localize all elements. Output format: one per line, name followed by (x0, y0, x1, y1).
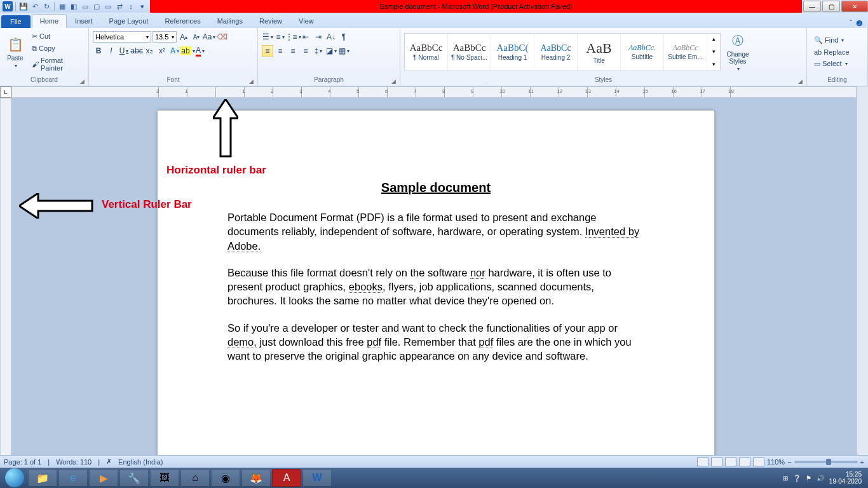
italic-button[interactable]: I (105, 45, 117, 57)
taskbar-media[interactable]: ▶ (89, 469, 118, 487)
subscript-button[interactable]: x₂ (144, 45, 155, 57)
taskbar-word[interactable]: W (302, 469, 332, 487)
horizontal-ruler[interactable]: 21 12 345 678 91011 121314 151617 18 (11, 86, 857, 98)
underline-button[interactable]: U▾ (118, 45, 130, 57)
bullets-button[interactable]: ☰▾ (262, 31, 273, 43)
shading-button[interactable]: ◪▾ (325, 45, 337, 57)
styles-gallery[interactable]: AaBbCc¶ Normal AaBbCc¶ No Spaci... AaBbC… (404, 33, 721, 71)
tab-view[interactable]: View (290, 14, 322, 28)
tray-volume-icon[interactable]: 🔊 (817, 475, 824, 482)
style-subtitle[interactable]: AaBbCc.Subtitle (621, 34, 664, 71)
bold-button[interactable]: B (93, 45, 104, 57)
style-subtle-em[interactable]: AaBbCcSubtle Em... (664, 34, 707, 71)
qat-btn[interactable]: ▭ (103, 1, 113, 11)
view-print-layout[interactable] (697, 458, 709, 466)
find-button[interactable]: 🔍Find▾ (811, 35, 853, 46)
highlight-button[interactable]: ab▾ (182, 45, 193, 57)
paragraph-dialog-launcher[interactable]: ◢ (391, 78, 396, 85)
tray-help-icon[interactable]: ❔ (793, 475, 801, 482)
undo-icon[interactable]: ↶ (30, 1, 40, 11)
superscript-button[interactable]: x² (156, 45, 168, 57)
zoom-level[interactable]: 110% (767, 458, 785, 466)
clipboard-dialog-launcher[interactable]: ◢ (80, 78, 85, 85)
qat-btn[interactable]: ⇄ (114, 1, 125, 11)
qat-btn[interactable]: ◧ (69, 1, 79, 11)
styles-dialog-launcher[interactable]: ◢ (798, 78, 803, 85)
style-nospacing[interactable]: AaBbCc¶ No Spaci... (448, 34, 491, 71)
tab-page-layout[interactable]: Page Layout (101, 14, 157, 28)
strike-button[interactable]: abc (131, 45, 142, 57)
gallery-scroll[interactable]: ▴▾▾ (707, 34, 720, 71)
view-draft[interactable] (753, 458, 764, 466)
font-dialog-launcher[interactable]: ◢ (249, 78, 254, 85)
align-center-button[interactable]: ≡ (275, 45, 286, 57)
shrink-font-button[interactable]: A▾ (191, 31, 202, 43)
clear-format-button[interactable]: ⌫ (216, 31, 227, 43)
change-styles-button[interactable]: Ⓐ Change Styles▾ (722, 30, 753, 73)
tab-review[interactable]: Review (251, 14, 290, 28)
font-size-combo[interactable]: 13.5▾ (153, 31, 177, 43)
tray-flag-icon[interactable]: ⚑ (806, 475, 811, 482)
numbering-button[interactable]: ≡▾ (275, 31, 286, 43)
borders-button[interactable]: ▦▾ (338, 45, 349, 57)
align-left-button[interactable]: ≡ (262, 45, 273, 57)
vertical-scrollbar[interactable] (857, 86, 868, 460)
sort-button[interactable]: A↓ (325, 31, 337, 43)
qat-dropdown-icon[interactable]: ▾ (137, 1, 147, 11)
close-button[interactable]: ✕ (841, 1, 868, 12)
inc-indent-button[interactable]: ⇥ (313, 31, 324, 43)
status-language[interactable]: English (India) (118, 458, 163, 466)
qat-btn[interactable]: ▭ (80, 1, 90, 11)
font-name-combo[interactable]: Helvetica▾ (93, 31, 151, 43)
taskbar-app1[interactable]: 🔧 (119, 469, 149, 487)
taskbar-chrome[interactable]: ◉ (211, 469, 240, 487)
qat-btn[interactable]: ↕ (126, 1, 136, 11)
proofing-icon[interactable]: ✗ (106, 458, 112, 466)
taskbar-app2[interactable]: 🖼 (150, 469, 179, 487)
tab-mailings[interactable]: Mailings (209, 14, 251, 28)
taskbar-explorer[interactable]: 📁 (28, 469, 57, 487)
dec-indent-button[interactable]: ⇤ (300, 31, 311, 43)
copy-button[interactable]: ⧉Copy (29, 43, 85, 54)
tab-references[interactable]: References (156, 14, 208, 28)
tab-insert[interactable]: Insert (67, 14, 101, 28)
view-fullscreen[interactable] (711, 458, 722, 466)
qat-btn[interactable]: ▢ (92, 1, 102, 11)
view-web[interactable] (725, 458, 736, 466)
multilevel-button[interactable]: ⋮≡▾ (287, 31, 299, 43)
save-icon[interactable]: 💾 (18, 1, 29, 11)
zoom-out-button[interactable]: − (787, 458, 791, 466)
status-page[interactable]: Page: 1 of 1 (4, 458, 41, 466)
tab-home[interactable]: Home (32, 14, 67, 28)
qat-more-icon[interactable]: ▦ (57, 1, 67, 11)
vertical-ruler[interactable] (0, 98, 11, 460)
redo-icon[interactable]: ↻ (41, 1, 51, 11)
taskbar-ie[interactable]: e (58, 469, 88, 487)
tray-clock[interactable]: 15:25 19-04-2020 (829, 471, 862, 485)
justify-button[interactable]: ≡ (300, 45, 311, 57)
start-button[interactable] (3, 468, 27, 488)
view-outline[interactable] (739, 458, 750, 466)
format-painter-button[interactable]: 🖌Format Painter (29, 55, 85, 73)
grow-font-button[interactable]: A▴ (178, 31, 189, 43)
style-heading1[interactable]: AaBbC(Heading 1 (491, 34, 534, 71)
tab-selector[interactable]: L (0, 86, 11, 98)
minimize-button[interactable]: — (803, 1, 821, 12)
maximize-button[interactable]: ▢ (822, 1, 840, 12)
change-case-button[interactable]: Aa▾ (203, 31, 215, 43)
taskbar-hp[interactable]: ⌂ (180, 469, 210, 487)
style-title[interactable]: AaBTitle (578, 34, 621, 71)
zoom-slider[interactable] (794, 461, 858, 463)
taskbar-firefox[interactable]: 🦊 (241, 469, 271, 487)
style-heading2[interactable]: AaBbCcHeading 2 (534, 34, 578, 71)
taskbar-acrobat[interactable]: A (272, 469, 301, 487)
paste-button[interactable]: 📋 Paste ▾ (4, 34, 27, 70)
font-color-button[interactable]: A▾ (194, 45, 206, 57)
select-button[interactable]: ▭Select▾ (811, 58, 853, 69)
style-normal[interactable]: AaBbCc¶ Normal (405, 34, 448, 71)
line-spacing-button[interactable]: ‡▾ (313, 45, 324, 57)
file-tab[interactable]: File (1, 15, 31, 28)
zoom-in-button[interactable]: + (860, 458, 864, 466)
minimize-ribbon-icon[interactable]: ˇ (850, 19, 852, 28)
status-words[interactable]: Words: 110 (56, 458, 92, 466)
